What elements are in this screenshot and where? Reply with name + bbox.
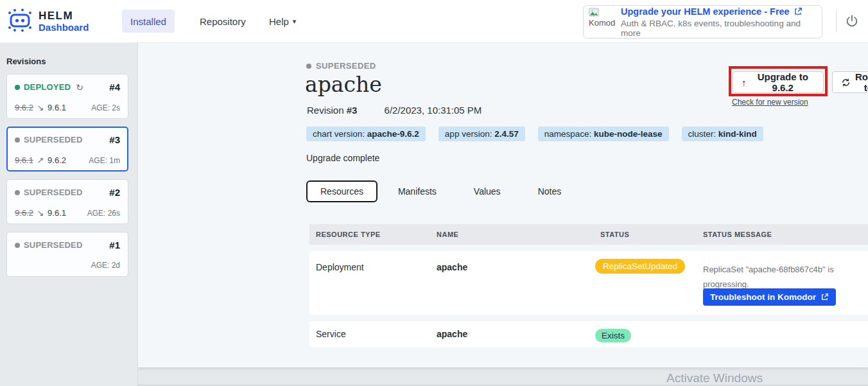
- komodor-promo-banner[interactable]: Komodor Upgrade your HELM experience - F…: [583, 5, 822, 39]
- release-title: apache: [305, 72, 382, 97]
- app-version-chip: app version: 2.4.57: [438, 127, 525, 141]
- komodor-image-alt: Komodor: [589, 19, 616, 28]
- status-dot: [15, 243, 20, 248]
- activate-windows-watermark: Activate Windows: [666, 371, 763, 385]
- komodor-broken-image: Komodor: [589, 8, 616, 36]
- col-resource-type: RESOURCE TYPE: [316, 231, 381, 238]
- resource-name: apache: [437, 262, 467, 272]
- revision-number: #3: [347, 105, 358, 116]
- status-dot: [15, 85, 20, 90]
- revision-age: AGE: 1m: [89, 156, 120, 165]
- revision-age: AGE: 2s: [91, 103, 120, 112]
- top-header: HELM Dashboard Installed Repository Help…: [0, 0, 868, 43]
- revision-age: AGE: 2d: [91, 261, 120, 270]
- revision-date: 6/2/2023, 10:31:05 PM: [385, 105, 482, 116]
- status-dot: [306, 64, 311, 69]
- namespace-chip: namespace: kube-node-lease: [538, 127, 669, 141]
- cluster-chip: cluster: kind-kind: [682, 127, 763, 141]
- status-dot: [15, 190, 20, 195]
- col-status: STATUS: [600, 231, 629, 238]
- reload-icon[interactable]: ↻: [76, 82, 83, 92]
- revision-card-2[interactable]: SUPERSEDED #2 9.6.2 ↘ 9.6.1 AGE: 26s: [6, 179, 128, 224]
- external-link-icon: [820, 293, 829, 301]
- resource-name: apache: [437, 329, 467, 339]
- revision-status: SUPERSEDED: [24, 240, 83, 250]
- release-description: Upgrade complete: [306, 153, 379, 163]
- header-divider: [836, 10, 837, 32]
- power-icon[interactable]: [845, 14, 860, 30]
- downgrade-arrow-icon: ↘: [37, 208, 44, 218]
- version-change: 9.6.2 ↘ 9.6.1: [15, 208, 66, 218]
- revision-age: AGE: 26s: [87, 209, 120, 218]
- revision-meta: Revision #3 6/2/2023, 10:31:05 PM: [307, 105, 482, 116]
- col-name: NAME: [437, 231, 458, 238]
- release-metadata-chips: chart version: apache-9.6.2 app version:…: [306, 127, 763, 141]
- revisions-title: Revisions: [6, 57, 46, 66]
- status-dot: [15, 137, 20, 143]
- helm-logo-icon: [6, 8, 33, 36]
- revision-card-4[interactable]: DEPLOYED ↻ #4 9.6.2 ↘ 9.6.1 AGE: 2s: [6, 74, 128, 119]
- table-row-service: Service apache Exists: [309, 321, 868, 347]
- version-change: 9.6.2 ↘ 9.6.1: [15, 103, 66, 112]
- col-status-message: STATUS MESSAGE: [703, 231, 772, 238]
- detail-tabs: Resources Manifests Values Notes: [306, 180, 587, 202]
- upgrade-arrow-icon: ↗: [37, 155, 44, 165]
- revision-number: #4: [109, 82, 120, 92]
- version-change: 9.6.1 ↗ 9.6.2: [15, 155, 66, 165]
- revision-number: #1: [109, 240, 120, 250]
- tab-resources[interactable]: Resources: [306, 180, 378, 202]
- rollback-sync-icon: [841, 78, 851, 87]
- rollback-button[interactable]: Rollback to #3: [832, 71, 868, 93]
- tab-installed[interactable]: Installed: [122, 10, 175, 33]
- revision-status: SUPERSEDED: [24, 188, 83, 197]
- external-link-icon: [794, 7, 803, 16]
- help-menu[interactable]: Help ▾: [260, 10, 305, 33]
- status-message: ReplicaSet "apache-68fb867c4b" is progre…: [703, 262, 834, 292]
- revision-status: SUPERSEDED: [24, 135, 83, 145]
- chevron-down-icon: ▾: [293, 17, 297, 26]
- helm-dashboard-logo[interactable]: HELM Dashboard: [6, 8, 89, 36]
- check-new-version-link[interactable]: Check for new version: [732, 98, 808, 107]
- revision-status: DEPLOYED: [24, 82, 71, 92]
- revisions-sidebar: Revisions DEPLOYED ↻ #4 9.6.2 ↘ 9.6.1 AG…: [0, 43, 138, 386]
- status-badge: Exists: [595, 329, 631, 342]
- downgrade-arrow-icon: ↘: [37, 103, 44, 112]
- up-arrow-icon: ↑: [742, 77, 747, 88]
- troubleshoot-button[interactable]: Troubleshoot in Komodor: [703, 288, 836, 306]
- revision-card-3[interactable]: SUPERSEDED #3 9.6.1 ↗ 9.6.2 AGE: 1m: [6, 127, 128, 171]
- table-row-deployment: Deployment apache ReplicaSetUpdated Repl…: [309, 251, 868, 315]
- tab-notes[interactable]: Notes: [526, 181, 573, 202]
- release-detail-panel: SUPERSEDED apache Revision #3 6/2/2023, …: [138, 43, 868, 367]
- resource-type: Deployment: [316, 262, 364, 272]
- release-status: SUPERSEDED: [306, 61, 376, 71]
- promo-subtitle: Auth & RBAC, k8s events, troubleshooting…: [621, 19, 815, 38]
- logo-subtitle: Dashboard: [39, 22, 89, 33]
- promo-title: Upgrade your HELM experience - Free: [621, 6, 790, 17]
- logo-title: HELM: [39, 10, 89, 22]
- tab-repository[interactable]: Repository: [191, 10, 255, 33]
- resource-type: Service: [316, 329, 346, 339]
- revision-number: #2: [109, 187, 120, 198]
- revision-card-1[interactable]: SUPERSEDED #1 AGE: 2d: [6, 232, 128, 277]
- tab-manifests[interactable]: Manifests: [386, 181, 448, 202]
- chart-version-chip: chart version: apache-9.6.2: [306, 127, 426, 141]
- upgrade-button[interactable]: ↑ Upgrade to 9.6.2: [733, 71, 824, 93]
- tab-values[interactable]: Values: [462, 181, 512, 202]
- resources-table: RESOURCE TYPE NAME STATUS STATUS MESSAGE…: [309, 224, 868, 347]
- revision-number: #3: [109, 134, 120, 145]
- status-badge: ReplicaSetUpdated: [595, 259, 685, 274]
- table-header: RESOURCE TYPE NAME STATUS STATUS MESSAGE: [309, 224, 868, 245]
